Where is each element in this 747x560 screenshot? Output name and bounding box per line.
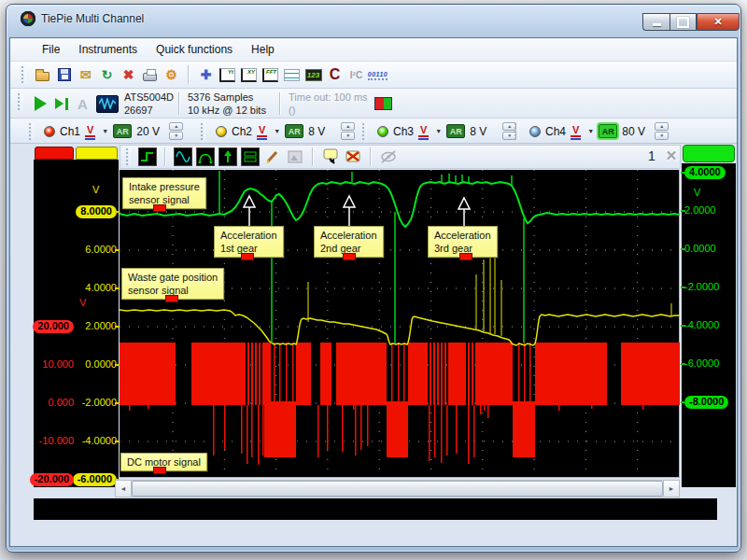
chevron-down-icon[interactable]: ▼: [587, 128, 594, 134]
chevron-down-icon[interactable]: ▼: [102, 128, 108, 134]
annotation-handle[interactable]: [165, 295, 178, 302]
application-window: TiePie Multi Channel File Instruments Qu…: [0, 0, 747, 560]
annotation-handle[interactable]: [153, 467, 166, 474]
ch2-axis-label[interactable]: 8.0000: [76, 205, 117, 218]
channel-visibility-icon[interactable]: [241, 147, 260, 166]
autorange-button[interactable]: AR: [599, 124, 617, 138]
scroll-right-icon[interactable]: ►: [663, 481, 679, 497]
ch1-axis-label: 10.000: [42, 358, 74, 371]
open-icon[interactable]: [33, 65, 52, 85]
toolbar-grip[interactable]: [29, 123, 34, 140]
toolbar-grip[interactable]: [18, 93, 22, 110]
menu-quick-functions[interactable]: Quick functions: [147, 40, 242, 59]
ch2-axis-label[interactable]: -6.0000: [73, 473, 117, 486]
menu-help[interactable]: Help: [242, 40, 284, 59]
range-stepper[interactable]: ▲▼: [169, 122, 183, 140]
toolbar-grip[interactable]: [362, 123, 367, 140]
chevron-down-icon[interactable]: ▼: [435, 128, 442, 134]
annotation-handle[interactable]: [343, 253, 356, 260]
range-down-icon[interactable]: ▼: [341, 132, 355, 140]
ch1-axis-strip[interactable]: [35, 147, 74, 160]
print-icon[interactable]: [140, 65, 160, 85]
instrument-bar: A ATS5004D 26697 5376 Samples 10 kHz @ 1…: [10, 89, 737, 119]
ch1-axis-label[interactable]: -20.000: [30, 473, 74, 486]
range-up-icon[interactable]: ▲: [169, 122, 183, 131]
range-up-icon[interactable]: ▲: [655, 122, 669, 131]
graph-close-icon[interactable]: ✕: [663, 147, 680, 164]
mail-icon[interactable]: ✉: [76, 65, 95, 85]
add-object-icon[interactable]: ✚: [196, 65, 216, 85]
one-shot-icon[interactable]: [55, 91, 68, 116]
axis-tick: [115, 441, 120, 442]
xy-graph-icon[interactable]: XY: [239, 65, 259, 85]
ch3-axis-label[interactable]: 4.0000: [684, 166, 726, 179]
annotation-handle[interactable]: [241, 253, 254, 260]
instrument-icon[interactable]: [96, 91, 119, 116]
range-stepper[interactable]: ▲▼: [655, 122, 669, 140]
toolbar-divider: [188, 65, 190, 84]
menu-instruments[interactable]: Instruments: [69, 40, 147, 59]
channel-group-ch3: Ch3V▼AR8 V▲▼: [359, 119, 516, 143]
ch3-axis-label[interactable]: -8.0000: [684, 396, 728, 409]
numeric-display-icon[interactable]: 123: [303, 65, 323, 85]
fft-graph-icon[interactable]: FFT: [261, 65, 280, 85]
style-icon[interactable]: [263, 147, 282, 166]
window-title: TiePie Multi Channel: [41, 12, 144, 25]
scrollbar-thumb[interactable]: [132, 481, 663, 497]
annotation-acceleration-2[interactable]: Acceleration 2nd gear: [314, 226, 384, 258]
signal-type-icon[interactable]: [174, 147, 192, 166]
plot-canvas[interactable]: [120, 170, 680, 478]
ch1-axis-unit: V: [79, 297, 86, 308]
maximize-button[interactable]: [669, 13, 697, 31]
annotation-dc-motor[interactable]: DC motor signal: [120, 453, 207, 471]
toolbar-grip[interactable]: [21, 66, 26, 83]
scope-program-icon[interactable]: C: [325, 65, 345, 85]
save-icon[interactable]: [54, 65, 74, 85]
refresh-icon[interactable]: ↻: [97, 65, 117, 85]
add-annotation-icon[interactable]: [321, 147, 340, 166]
settings-icon[interactable]: ⚙: [162, 65, 181, 85]
source-icon[interactable]: [138, 147, 157, 166]
autorange-button[interactable]: AR: [113, 124, 132, 138]
ch3-axis-strip[interactable]: [683, 145, 735, 162]
ch2-axis-strip[interactable]: [76, 147, 118, 160]
autoscale-icon[interactable]: [218, 147, 237, 166]
delete-icon[interactable]: ✖: [119, 65, 138, 85]
toolbar-grip[interactable]: [126, 148, 131, 165]
range-down-icon[interactable]: ▼: [655, 132, 669, 140]
autorange-button[interactable]: AR: [446, 124, 465, 138]
annotation-waste-gate[interactable]: Waste gate position sensor signal: [121, 268, 224, 300]
range-stepper[interactable]: ▲▼: [341, 122, 355, 140]
annotation-acceleration-1[interactable]: Acceleration 1st gear: [214, 226, 284, 258]
volt-mode-icon[interactable]: V: [571, 125, 581, 137]
autorange-button[interactable]: AR: [285, 124, 303, 138]
ch3-axis-label: -2.0000: [684, 281, 719, 294]
annotation-handle[interactable]: [153, 204, 166, 212]
i2c-icon[interactable]: I²C: [346, 65, 366, 85]
chevron-down-icon[interactable]: ▼: [274, 128, 280, 134]
toolbar-grip[interactable]: [201, 123, 205, 140]
menu-file[interactable]: File: [33, 40, 69, 59]
volt-mode-icon[interactable]: V: [418, 125, 429, 137]
volt-mode-icon[interactable]: V: [257, 125, 267, 137]
scroll-left-icon[interactable]: ◄: [116, 481, 132, 497]
zoom-mode-icon[interactable]: [196, 147, 215, 166]
annotation-intake-pressure[interactable]: Intake pressure sensor signal: [122, 177, 206, 209]
annotation-handle[interactable]: [459, 253, 472, 260]
trigger-status-icon[interactable]: [374, 91, 392, 116]
close-button[interactable]: [697, 13, 740, 31]
minimize-button[interactable]: [642, 13, 669, 31]
pattern-icon[interactable]: 00110: [368, 65, 388, 85]
ch1-axis-label[interactable]: 20.000: [33, 320, 74, 333]
range-up-icon[interactable]: ▲: [341, 122, 355, 131]
meter-icon[interactable]: [282, 65, 302, 85]
range-down-icon[interactable]: ▼: [169, 132, 183, 140]
ch2-axis-label: 4.0000: [85, 282, 117, 295]
start-measurement-icon[interactable]: [35, 91, 47, 116]
toolbar-grip[interactable]: [514, 123, 519, 140]
annotation-acceleration-3[interactable]: Acceleration 3rd gear: [428, 226, 498, 258]
remove-annotation-icon[interactable]: [344, 147, 362, 166]
horizontal-scrollbar[interactable]: ◄ ►: [115, 480, 680, 497]
volt-mode-icon[interactable]: V: [85, 125, 95, 137]
yt-graph-icon[interactable]: Yt: [218, 65, 237, 85]
